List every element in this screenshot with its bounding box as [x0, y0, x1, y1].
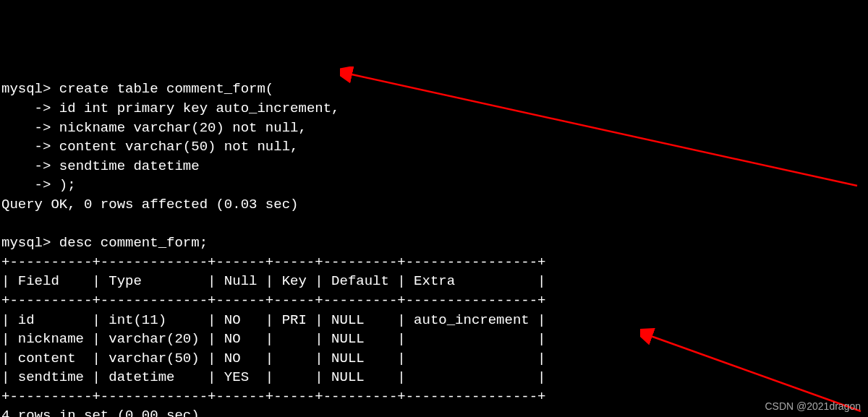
mysql-prompt: mysql> [1, 235, 51, 251]
table-border: +----------+-------------+------+-----+-… [1, 254, 546, 270]
sql-create-line2: id int primary key auto_increment, [51, 100, 339, 116]
table-border: +----------+-------------+------+-----+-… [1, 389, 546, 405]
sql-create-line5: sendtime datetime [51, 158, 199, 174]
mysql-prompt: mysql> [1, 81, 51, 97]
continuation-prompt: -> [1, 177, 51, 193]
sql-create-line1: create table comment_form( [51, 81, 273, 97]
continuation-prompt: -> [1, 100, 51, 116]
terminal-output: mysql> create table comment_form( -> id … [1, 79, 868, 417]
table-row: | sendtime | datetime | YES | | NULL | | [1, 369, 546, 385]
sql-desc-command: desc comment_form; [51, 235, 208, 251]
table-border: +----------+-------------+------+-----+-… [1, 293, 546, 309]
watermark-text: CSDN @2021dragon [765, 400, 861, 414]
continuation-prompt: -> [1, 139, 51, 155]
continuation-prompt: -> [1, 158, 51, 174]
sql-create-line4: content varchar(50) not null, [51, 139, 298, 155]
table-row: | content | varchar(50) | NO | | NULL | … [1, 351, 546, 366]
table-row: | nickname | varchar(20) | NO | | NULL |… [1, 331, 546, 347]
rows-in-set-message: 4 rows in set (0.00 sec) [1, 408, 200, 417]
sql-create-line3: nickname varchar(20) not null, [51, 120, 306, 136]
sql-create-line6: ); [51, 177, 75, 193]
table-row: | id | int(11) | NO | PRI | NULL | auto_… [1, 312, 546, 328]
table-header: | Field | Type | Null | Key | Default | … [1, 273, 546, 289]
query-ok-message: Query OK, 0 rows affected (0.03 sec) [1, 197, 298, 212]
continuation-prompt: -> [1, 120, 51, 136]
